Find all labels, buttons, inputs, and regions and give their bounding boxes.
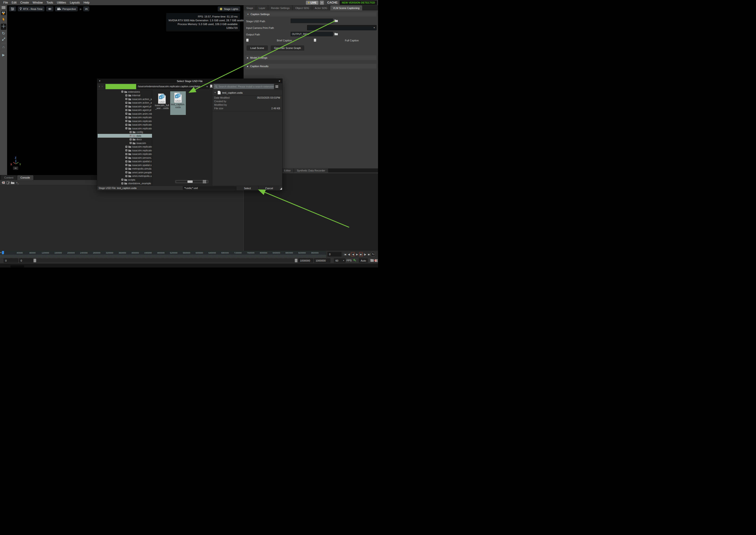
- tree-expander[interactable]: −: [121, 91, 123, 93]
- selection-mode-icon[interactable]: [1, 11, 6, 15]
- file-type-filter[interactable]: *.usda;*.usd ▼: [183, 186, 238, 190]
- audio-button[interactable]: ((●)): [83, 6, 90, 11]
- tree-item[interactable]: + isaacsim.action_a: [98, 97, 152, 101]
- menu-item[interactable]: Help: [82, 1, 91, 4]
- slider-handle[interactable]: [187, 181, 193, 183]
- tree-item[interactable]: + config: [98, 130, 152, 134]
- file-item[interactable]: USD isaacsim_full _war....usda: [154, 92, 170, 109]
- playback-button[interactable]: |◀: [343, 252, 347, 256]
- forward-icon[interactable]: ›: [102, 84, 103, 88]
- tree-expander[interactable]: −: [125, 127, 127, 129]
- panel-tab[interactable]: Object SDG: [293, 6, 312, 11]
- tree-expander[interactable]: +: [125, 168, 127, 170]
- tree-item[interactable]: + isaacsim.action_a: [98, 101, 152, 105]
- tree-expander[interactable]: +: [125, 164, 127, 166]
- input-camera-combo[interactable]: ▼: [307, 25, 377, 30]
- tree-expander[interactable]: +: [129, 142, 132, 144]
- tree-item[interactable]: + docs: [98, 138, 152, 141]
- list-view-icon[interactable]: [275, 85, 278, 88]
- playhead[interactable]: [2, 251, 4, 254]
- tree-item[interactable]: + isaacsim.anim.rob: [98, 112, 152, 116]
- stage-usd-folder-icon[interactable]: [335, 19, 338, 22]
- move-tool-icon[interactable]: [1, 24, 6, 30]
- tree-expander[interactable]: +: [125, 98, 127, 100]
- auto-key-icon[interactable]: [353, 259, 357, 262]
- tree-item[interactable]: + isaacsim.spatial.s: [98, 160, 152, 163]
- menu-item[interactable]: Layouts: [68, 1, 82, 4]
- playback-button[interactable]: ◀: [351, 252, 355, 256]
- tree-item[interactable]: + isaacsim.replicato: [98, 149, 152, 152]
- playback-button[interactable]: ▶|: [359, 252, 363, 256]
- menu-item[interactable]: File: [1, 1, 10, 4]
- snap-tool-icon[interactable]: ∩: [2, 45, 5, 49]
- output-folder-icon[interactable]: [335, 32, 338, 35]
- tree-item[interactable]: + isaacsim.replicato: [98, 116, 152, 120]
- window-menu-icon[interactable]: ▼: [99, 80, 101, 82]
- auto-key-button[interactable]: Auto: [359, 258, 368, 263]
- select-button[interactable]: Select: [236, 186, 258, 190]
- bookmark-icon[interactable]: [210, 85, 212, 88]
- tree-item[interactable]: − isaacsim.replicato: [98, 127, 152, 130]
- resize-grip[interactable]: [280, 187, 282, 190]
- tree-item[interactable]: + isaacsim.replicato: [98, 145, 152, 149]
- full-caption-checkbox[interactable]: [314, 39, 316, 42]
- tree-expander[interactable]: +: [125, 105, 127, 107]
- console-prompt[interactable]: >_: [16, 182, 19, 184]
- tree-expander[interactable]: −: [129, 135, 132, 137]
- tree-expander[interactable]: +: [125, 94, 127, 97]
- chevron-down-icon[interactable]: ▼: [206, 86, 208, 88]
- output-path-input[interactable]: OUTPUT_PATH: [290, 32, 333, 37]
- tree-item[interactable]: + isaacsim.replicato: [98, 123, 152, 127]
- panel-tab[interactable]: VLM Scene Captioning: [330, 6, 362, 11]
- path-breadcrumb[interactable]: /source/extensions/isaacsim.replicator.c…: [105, 84, 210, 89]
- tree-expander[interactable]: +: [125, 102, 127, 104]
- back-icon[interactable]: ‹: [99, 84, 100, 88]
- playback-button[interactable]: ▶: [355, 252, 359, 256]
- load-scene-button[interactable]: Load Scene: [247, 45, 268, 51]
- search-box[interactable]: Search disabled. Please install a search…: [213, 84, 274, 89]
- file-item[interactable]: USD test_caption. usda: [170, 91, 186, 115]
- panel-tab[interactable]: Content: [1, 175, 17, 180]
- playback-button[interactable]: ↻: [371, 252, 375, 256]
- camera-button[interactable]: Perspective: [55, 6, 78, 11]
- tree-expander[interactable]: +: [125, 124, 127, 126]
- clear-console-icon[interactable]: ×: [2, 182, 5, 184]
- chevrons-icon[interactable]: »: [79, 7, 81, 11]
- range-end-field[interactable]: 1000000: [298, 258, 313, 263]
- file-grid[interactable]: USD isaacsim_full _war....usda USD: [152, 90, 212, 186]
- select-tool-icon[interactable]: [2, 17, 5, 21]
- tree-item[interactable]: − extensions: [98, 90, 152, 94]
- tree-expander[interactable]: +: [125, 109, 127, 111]
- tree-item[interactable]: + isaacsim.sensors.: [98, 156, 152, 160]
- tree-item[interactable]: + isaacsim.agent.pl: [98, 108, 152, 112]
- tree-expander[interactable]: +: [125, 146, 127, 148]
- brief-caption-checkbox[interactable]: [246, 39, 249, 42]
- playback-button[interactable]: |▶: [363, 252, 367, 256]
- rotate-tool-icon[interactable]: ↻: [2, 32, 5, 35]
- tree-expander[interactable]: +: [121, 179, 123, 181]
- panel-tab[interactable]: Console: [17, 175, 33, 180]
- tree-expander[interactable]: +: [125, 113, 127, 115]
- clapperboard-icon[interactable]: [370, 259, 374, 262]
- panel-tab[interactable]: Render Settings: [268, 6, 292, 11]
- viewport-settings-button[interactable]: [9, 6, 16, 11]
- panel-tab[interactable]: Synthetic Data Recorder: [294, 168, 328, 173]
- dialog-title-bar[interactable]: ▼ Select Stage USD File ×: [97, 79, 282, 83]
- tree-expander[interactable]: +: [125, 120, 127, 122]
- cancel-button[interactable]: Cancel: [258, 186, 280, 190]
- close-icon[interactable]: ×: [0, 251, 1, 254]
- tree-expander[interactable]: +: [121, 183, 123, 184]
- details-header[interactable]: ▼ test_caption.usda: [212, 90, 282, 96]
- range-start-field[interactable]: 0: [4, 258, 18, 263]
- tree-expander[interactable]: +: [125, 153, 127, 155]
- timeline-tick-strip[interactable]: [0, 255, 326, 258]
- edit-log-icon[interactable]: [7, 181, 9, 184]
- folder-tree[interactable]: − extensions + internal +: [98, 90, 152, 186]
- tree-item[interactable]: + standalone_example: [98, 182, 152, 185]
- menu-item[interactable]: Window: [31, 1, 45, 4]
- tree-expander[interactable]: +: [125, 175, 127, 177]
- scale-tool-icon[interactable]: [2, 37, 6, 41]
- caption-settings-header[interactable]: ▼ Caption Settings: [245, 12, 377, 16]
- console-log-area[interactable]: [0, 185, 243, 251]
- filename-field-value[interactable]: test_caption.usda: [117, 186, 136, 189]
